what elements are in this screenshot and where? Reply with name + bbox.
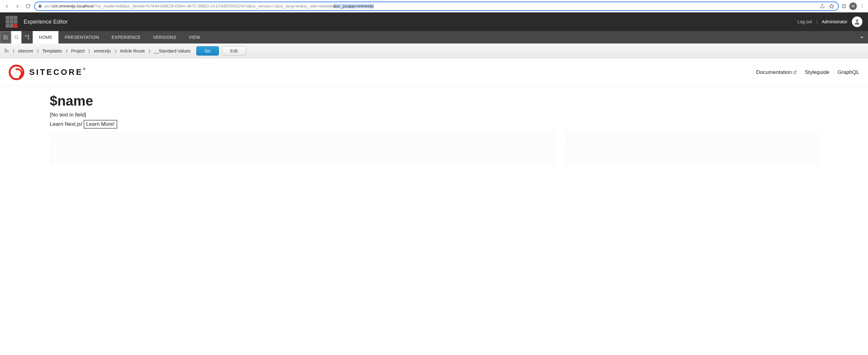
external-link-icon — [793, 71, 797, 74]
chevron-right-icon: ❯ — [65, 49, 68, 53]
browser-address-bar[interactable]: ps://cm.xmnextjs.localhost/?sc_mode=edit… — [34, 2, 839, 11]
app-launcher-icon[interactable] — [6, 16, 18, 28]
browser-toolbar: ps://cm.xmnextjs.localhost/?sc_mode=edit… — [0, 0, 868, 12]
header-user: Administrator — [822, 19, 847, 24]
ribbon-tab-versions[interactable]: VERSIONS — [147, 31, 183, 43]
svg-point-5 — [862, 6, 862, 6]
extensions-icon[interactable] — [841, 3, 847, 10]
ribbon-tab-experience[interactable]: EXPERIENCE — [105, 31, 147, 43]
browser-back-button[interactable] — [2, 2, 11, 10]
svg-marker-1 — [830, 4, 834, 8]
ribbon-tab-home[interactable]: HOME — [33, 31, 59, 43]
svg-point-7 — [856, 20, 858, 22]
site-logo[interactable]: SITECORE® — [9, 65, 85, 80]
page-content: $name [No text in field] Learn Next.js! … — [0, 86, 868, 173]
svg-rect-15 — [5, 51, 6, 52]
header-divider: | — [816, 19, 817, 24]
svg-point-10 — [25, 35, 26, 36]
placeholder-row — [50, 132, 818, 166]
ribbon-tab-view[interactable]: VIEW — [183, 31, 207, 43]
svg-point-4 — [862, 4, 862, 5]
nav-documentation[interactable]: Documentation — [756, 69, 797, 75]
save-button[interactable] — [0, 31, 11, 43]
placeholder-main[interactable] — [50, 132, 556, 166]
chevron-right-icon: ❯ — [114, 49, 117, 53]
tree-icon[interactable] — [4, 48, 9, 54]
star-icon[interactable] — [828, 3, 835, 10]
learn-text[interactable]: Learn Next.js! — [50, 121, 83, 127]
ribbon-tab-presentation[interactable]: PRESENTATION — [59, 31, 105, 43]
browser-forward-button[interactable] — [13, 2, 22, 10]
user-avatar[interactable] — [852, 16, 862, 27]
logout-link[interactable]: Log out — [797, 19, 812, 24]
sitecore-logo-icon — [9, 65, 24, 80]
browser-profile-avatar[interactable]: M — [849, 2, 857, 10]
breadcrumb-item[interactable]: Templates — [42, 48, 62, 54]
svg-line-16 — [795, 71, 797, 73]
browser-menu-icon[interactable] — [859, 3, 866, 10]
chevron-right-icon: ❯ — [36, 49, 39, 53]
svg-line-9 — [18, 38, 18, 39]
nav-styleguide[interactable]: Styleguide — [805, 69, 830, 75]
site-logo-text: SITECORE® — [29, 67, 85, 77]
ribbon: HOME PRESENTATION EXPERIENCE VERSIONS VI… — [0, 31, 868, 43]
svg-rect-13 — [5, 48, 6, 50]
breadcrumb-item[interactable]: Article Route — [120, 48, 145, 54]
browser-reload-button[interactable] — [24, 2, 32, 10]
go-button[interactable]: Go — [196, 46, 219, 56]
app-title: Experience Editor — [24, 19, 68, 25]
chevron-right-icon: ❯ — [88, 49, 91, 53]
site-header: SITECORE® Documentation Styleguide Graph… — [0, 59, 868, 86]
ribbon-quick-tools — [0, 31, 33, 43]
breadcrumb-bar: ❯ sitecore ❯ Templates ❯ Project ❯ xmnex… — [0, 43, 868, 59]
browser-url: ps://cm.xmnextjs.localhost/?sc_mode=edit… — [44, 4, 816, 8]
lock-icon — [38, 4, 42, 9]
breadcrumb-item[interactable]: Project — [71, 48, 85, 54]
site-nav: Documentation Styleguide GraphQL — [756, 69, 859, 75]
chevron-right-icon: ❯ — [12, 49, 15, 53]
svg-point-12 — [28, 38, 29, 39]
learn-more-link[interactable]: Learn More! — [84, 120, 117, 129]
breadcrumb-item[interactable]: xmnextjs — [94, 48, 111, 54]
svg-point-8 — [14, 36, 18, 38]
ribbon-expand-toggle[interactable] — [856, 31, 868, 43]
breadcrumb-item[interactable]: __Standard Values — [154, 48, 191, 54]
page-title[interactable]: $name — [50, 93, 818, 109]
learn-row: Learn Next.js! Learn More! — [50, 120, 818, 129]
workflow-button[interactable] — [22, 31, 32, 43]
edit-button[interactable]: Edit — [222, 46, 246, 56]
placeholder-side[interactable] — [565, 132, 818, 166]
share-icon[interactable] — [819, 3, 826, 10]
search-button[interactable] — [11, 31, 22, 43]
breadcrumb-item[interactable]: sitecore — [18, 48, 33, 54]
empty-text-field[interactable]: [No text in field] — [50, 112, 818, 118]
svg-point-6 — [862, 7, 862, 8]
svg-rect-14 — [7, 51, 8, 52]
app-header: Experience Editor Log out | Administrato… — [0, 12, 868, 31]
nav-graphql[interactable]: GraphQL — [838, 69, 859, 75]
chevron-right-icon: ❯ — [148, 49, 151, 53]
svg-point-11 — [28, 35, 29, 36]
